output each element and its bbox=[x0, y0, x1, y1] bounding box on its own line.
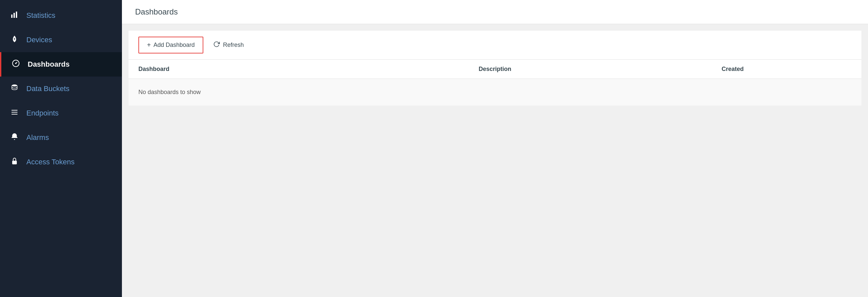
sidebar-item-alarms-label: Alarms bbox=[26, 133, 49, 142]
add-dashboard-button[interactable]: + Add Dashboard bbox=[138, 37, 203, 53]
list-icon bbox=[10, 108, 19, 118]
sidebar: Statistics Devices Dashboards Data Bucke… bbox=[0, 0, 122, 297]
svg-rect-9 bbox=[11, 110, 12, 111]
lock-icon bbox=[10, 157, 19, 167]
sidebar-item-data-buckets-label: Data Buckets bbox=[26, 84, 69, 93]
sidebar-item-alarms[interactable]: Alarms bbox=[0, 126, 122, 150]
svg-rect-2 bbox=[16, 11, 17, 18]
sidebar-item-devices[interactable]: Devices bbox=[0, 28, 122, 52]
svg-rect-0 bbox=[11, 15, 12, 18]
bar-chart-icon bbox=[10, 10, 19, 21]
sidebar-item-statistics[interactable]: Statistics bbox=[0, 3, 122, 28]
bell-icon bbox=[10, 133, 19, 142]
sidebar-item-dashboards-label: Dashboards bbox=[28, 60, 69, 69]
plus-icon: + bbox=[147, 41, 151, 49]
sidebar-item-access-tokens-label: Access Tokens bbox=[26, 158, 74, 166]
refresh-label: Refresh bbox=[223, 42, 244, 49]
table-header: Dashboard Description Created bbox=[128, 60, 861, 79]
sidebar-item-endpoints-label: Endpoints bbox=[26, 109, 59, 117]
rocket-icon bbox=[10, 35, 19, 45]
column-created: Created bbox=[614, 66, 851, 73]
column-description: Description bbox=[376, 66, 614, 73]
refresh-button[interactable]: Refresh bbox=[207, 37, 250, 53]
page-header: Dashboards bbox=[122, 0, 868, 24]
sidebar-item-dashboards[interactable]: Dashboards bbox=[0, 52, 122, 77]
sidebar-item-endpoints[interactable]: Endpoints bbox=[0, 101, 122, 126]
dashboards-table: Dashboard Description Created No dashboa… bbox=[128, 60, 861, 106]
toolbar: + Add Dashboard Refresh bbox=[128, 31, 861, 60]
column-dashboard: Dashboard bbox=[138, 66, 376, 73]
dashboard-icon bbox=[11, 59, 21, 69]
svg-point-5 bbox=[12, 84, 17, 86]
add-dashboard-label: Add Dashboard bbox=[154, 42, 195, 49]
svg-rect-1 bbox=[13, 13, 15, 18]
main-content: Dashboards + Add Dashboard Refresh Dashb… bbox=[122, 0, 868, 297]
database-icon bbox=[10, 84, 19, 94]
svg-rect-10 bbox=[11, 112, 12, 112]
svg-point-4 bbox=[15, 63, 17, 64]
refresh-icon bbox=[213, 41, 220, 49]
page-title: Dashboards bbox=[135, 7, 855, 17]
svg-rect-11 bbox=[11, 114, 12, 114]
empty-message: No dashboards to show bbox=[128, 79, 861, 106]
sidebar-item-access-tokens[interactable]: Access Tokens bbox=[0, 150, 122, 174]
sidebar-item-statistics-label: Statistics bbox=[26, 11, 55, 20]
sidebar-item-devices-label: Devices bbox=[26, 36, 52, 44]
sidebar-item-data-buckets[interactable]: Data Buckets bbox=[0, 77, 122, 101]
svg-rect-12 bbox=[12, 161, 17, 164]
